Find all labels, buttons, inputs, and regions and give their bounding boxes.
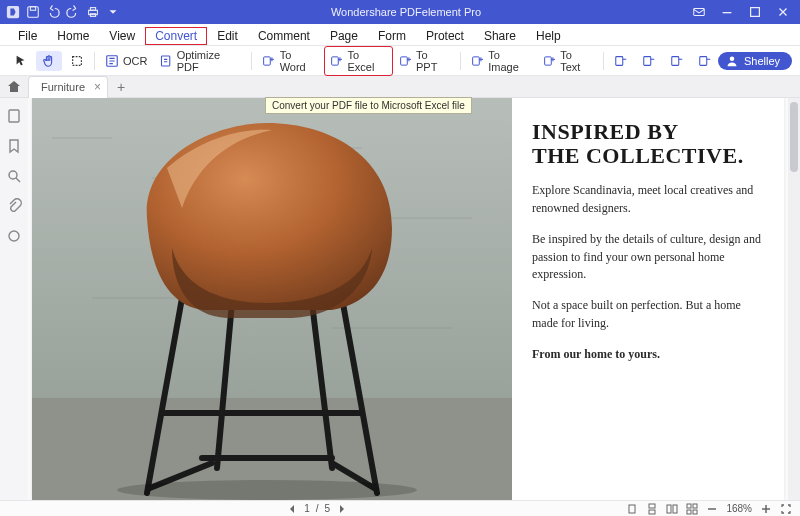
hand-tool[interactable] xyxy=(36,51,62,71)
fullscreen-icon[interactable] xyxy=(780,503,792,515)
zoom-in-icon[interactable] xyxy=(760,503,772,515)
next-page-icon[interactable] xyxy=(336,503,348,515)
menu-home[interactable]: Home xyxy=(47,27,99,45)
ocr-label: OCR xyxy=(123,55,147,67)
svg-rect-20 xyxy=(700,56,707,65)
menu-form[interactable]: Form xyxy=(368,27,416,45)
to-text-label: To Text xyxy=(560,49,593,73)
undo-icon[interactable] xyxy=(46,5,60,19)
scrollbar-thumb[interactable] xyxy=(790,102,798,172)
side-rail xyxy=(0,98,28,500)
page-total: 5 xyxy=(325,503,331,514)
svg-rect-19 xyxy=(672,56,679,65)
svg-rect-15 xyxy=(473,56,480,64)
view-single-icon[interactable] xyxy=(626,503,638,515)
svg-rect-9 xyxy=(73,56,82,65)
menu-protect[interactable]: Protect xyxy=(416,27,474,45)
menu-file[interactable]: File xyxy=(8,27,47,45)
tabstrip: Furniture × + xyxy=(0,76,800,98)
pdf-page: INSPIRED BY THE COLLECTIVE. Explore Scan… xyxy=(32,98,784,500)
svg-point-24 xyxy=(9,231,19,241)
to-ppt-button[interactable]: To PPT xyxy=(393,46,456,76)
tab-close-icon[interactable]: × xyxy=(94,80,101,94)
titlebar: Wondershare PDFelement Pro xyxy=(0,0,800,24)
toolbar: OCR Optimize PDF To Word To Excel To PPT… xyxy=(0,46,800,76)
convert-extra-4[interactable] xyxy=(692,51,718,71)
svg-point-23 xyxy=(9,171,17,179)
convert-extra-2[interactable] xyxy=(636,51,662,71)
attachments-icon[interactable] xyxy=(6,198,22,214)
maximize-icon[interactable] xyxy=(748,5,762,19)
view-grid-icon[interactable] xyxy=(686,503,698,515)
minimize-icon[interactable] xyxy=(720,5,734,19)
menu-page[interactable]: Page xyxy=(320,27,368,45)
to-ppt-label: To PPT xyxy=(416,49,450,73)
select-tool[interactable] xyxy=(8,51,34,71)
paragraph-4: From our home to yours. xyxy=(532,346,764,363)
to-image-button[interactable]: To Image xyxy=(465,46,537,76)
document-tab[interactable]: Furniture × xyxy=(28,76,108,98)
svg-rect-18 xyxy=(644,56,651,65)
print-icon[interactable] xyxy=(86,5,100,19)
paragraph-3: Not a space built on perfection. But a h… xyxy=(532,297,764,332)
svg-rect-34 xyxy=(693,504,697,508)
to-text-button[interactable]: To Text xyxy=(537,46,599,76)
menu-view[interactable]: View xyxy=(99,27,145,45)
svg-rect-35 xyxy=(687,510,691,514)
to-excel-label: To Excel xyxy=(347,49,386,73)
prev-page-icon[interactable] xyxy=(286,503,298,515)
page-current: 1 xyxy=(304,503,310,514)
save-icon[interactable] xyxy=(26,5,40,19)
viewport[interactable]: INSPIRED BY THE COLLECTIVE. Explore Scan… xyxy=(28,98,788,500)
convert-extra-1[interactable] xyxy=(608,51,634,71)
mail-icon[interactable] xyxy=(692,5,706,19)
tab-label: Furniture xyxy=(41,81,85,93)
svg-rect-11 xyxy=(162,56,170,66)
menu-convert[interactable]: Convert xyxy=(145,27,207,45)
svg-point-21 xyxy=(730,56,735,61)
optimize-label: Optimize PDF xyxy=(177,49,242,73)
crop-tool[interactable] xyxy=(64,51,90,71)
svg-rect-30 xyxy=(649,510,655,514)
svg-rect-7 xyxy=(723,12,732,13)
view-continuous-icon[interactable] xyxy=(646,503,658,515)
statusbar: 1 / 5 168% xyxy=(0,500,800,516)
menu-share[interactable]: Share xyxy=(474,27,526,45)
thumbnails-icon[interactable] xyxy=(6,108,22,124)
close-icon[interactable] xyxy=(776,5,790,19)
svg-rect-2 xyxy=(30,7,35,11)
svg-rect-22 xyxy=(9,110,19,122)
comments-icon[interactable] xyxy=(6,228,22,244)
svg-rect-8 xyxy=(751,8,760,17)
menu-help[interactable]: Help xyxy=(526,27,571,45)
menu-edit[interactable]: Edit xyxy=(207,27,248,45)
svg-rect-32 xyxy=(673,505,677,513)
to-excel-tooltip: Convert your PDF file to Microsoft Excel… xyxy=(265,97,472,114)
to-excel-button[interactable]: To Excel xyxy=(324,46,393,76)
document-text-column: INSPIRED BY THE COLLECTIVE. Explore Scan… xyxy=(512,98,784,500)
svg-rect-13 xyxy=(332,56,339,64)
to-word-button[interactable]: To Word xyxy=(256,46,324,76)
svg-rect-16 xyxy=(545,56,552,64)
quickbar-dropdown-icon[interactable] xyxy=(106,5,120,19)
document-image xyxy=(32,98,512,500)
optimize-button[interactable]: Optimize PDF xyxy=(153,46,247,76)
user-button[interactable]: Shelley xyxy=(718,52,792,70)
to-image-label: To Image xyxy=(488,49,531,73)
tab-add-button[interactable]: + xyxy=(112,79,130,95)
search-icon[interactable] xyxy=(6,168,22,184)
bookmarks-icon[interactable] xyxy=(6,138,22,154)
ocr-button[interactable]: OCR xyxy=(99,51,153,71)
tabs-home-icon[interactable] xyxy=(6,79,22,95)
redo-icon[interactable] xyxy=(66,5,80,19)
heading-line-2: THE COLLECTIVE. xyxy=(532,144,764,168)
menu-comment[interactable]: Comment xyxy=(248,27,320,45)
view-facing-icon[interactable] xyxy=(666,503,678,515)
zoom-out-icon[interactable] xyxy=(706,503,718,515)
vertical-scrollbar[interactable] xyxy=(788,98,800,500)
app-title: Wondershare PDFelement Pro xyxy=(120,6,692,18)
convert-extra-3[interactable] xyxy=(664,51,690,71)
app-logo-icon xyxy=(6,5,20,19)
svg-rect-1 xyxy=(28,7,39,18)
to-word-label: To Word xyxy=(280,49,319,73)
